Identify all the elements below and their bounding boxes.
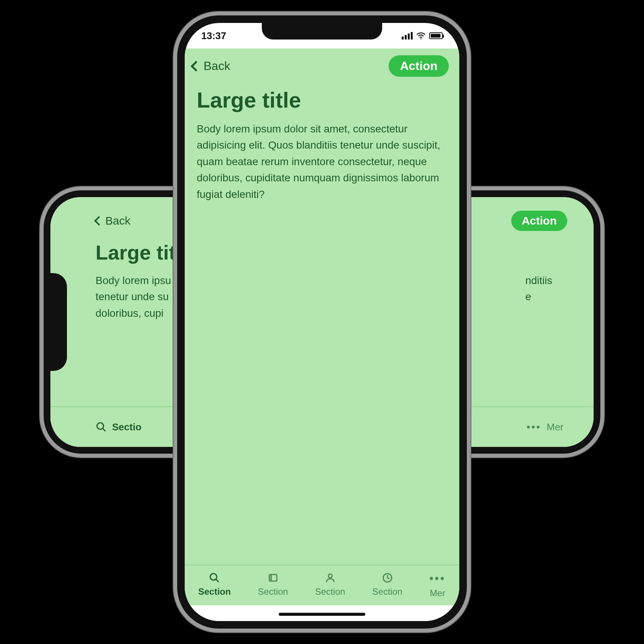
back-button[interactable]: Back bbox=[192, 59, 230, 73]
svg-point-6 bbox=[328, 574, 332, 578]
action-label: Action bbox=[522, 214, 557, 227]
portrait-notch bbox=[262, 23, 382, 39]
tab-section-3[interactable]: Section bbox=[315, 572, 345, 597]
svg-point-3 bbox=[210, 574, 217, 580]
back-label: Back bbox=[204, 59, 230, 73]
svg-point-2 bbox=[420, 38, 421, 39]
tab-section-1[interactable]: Section bbox=[198, 572, 231, 597]
svg-line-4 bbox=[216, 579, 219, 582]
ticket-icon bbox=[267, 572, 279, 583]
home-indicator[interactable] bbox=[279, 613, 365, 616]
tab-more[interactable]: ••• Mer bbox=[527, 421, 564, 433]
battery-icon bbox=[429, 32, 443, 39]
chevron-left-icon bbox=[94, 216, 103, 225]
tab-label: Section bbox=[198, 586, 231, 597]
more-icon: ••• bbox=[527, 421, 541, 433]
tab-label: Section bbox=[258, 586, 288, 597]
tab-label: Section bbox=[315, 586, 345, 597]
action-button[interactable]: Action bbox=[511, 211, 567, 231]
chevron-left-icon bbox=[191, 61, 201, 71]
tab-label: Section bbox=[372, 586, 402, 597]
tab-section-1[interactable]: Sectio bbox=[96, 421, 141, 433]
body-text-landscape-right: nditiis e bbox=[525, 272, 567, 321]
tab-section-2[interactable]: Section bbox=[258, 572, 288, 597]
action-button[interactable]: Action bbox=[389, 55, 449, 77]
back-label: Back bbox=[105, 214, 131, 227]
search-icon bbox=[96, 421, 107, 433]
navbar: Back Action bbox=[185, 49, 459, 80]
tab-more[interactable]: ••• Mer bbox=[430, 572, 446, 598]
search-icon bbox=[209, 572, 220, 583]
tab-label: Mer bbox=[547, 421, 564, 433]
clock-icon bbox=[382, 572, 393, 583]
portrait-screen: 13:37 Back Action bbox=[185, 23, 459, 621]
landscape-notch bbox=[50, 273, 67, 371]
page-title: Large title bbox=[185, 80, 459, 112]
body-text: Body lorem ipsum dolor sit amet, consect… bbox=[185, 112, 459, 202]
wifi-icon bbox=[416, 32, 425, 39]
status-time: 13:37 bbox=[201, 30, 226, 42]
action-label: Action bbox=[400, 59, 437, 73]
svg-line-1 bbox=[103, 428, 106, 431]
tab-label: Sectio bbox=[112, 421, 141, 433]
body-text-landscape-left: Body lorem ipsu tenetur unde su doloribu… bbox=[96, 272, 171, 321]
tab-section-4[interactable]: Section bbox=[372, 572, 402, 597]
cellular-icon bbox=[402, 32, 413, 39]
portrait-content: Back Action Large title Body lorem ipsum… bbox=[185, 49, 459, 621]
person-icon bbox=[325, 572, 336, 583]
svg-point-0 bbox=[97, 423, 104, 430]
tab-label: Mer bbox=[430, 588, 445, 598]
more-icon: ••• bbox=[430, 572, 446, 585]
phone-portrait: 13:37 Back Action bbox=[173, 12, 471, 632]
back-button[interactable]: Back bbox=[96, 214, 131, 227]
